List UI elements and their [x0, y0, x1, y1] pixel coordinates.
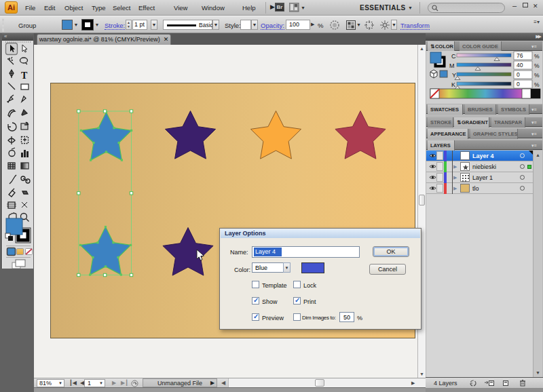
svg-text:%: % — [534, 81, 540, 88]
svg-text:Y: Y — [452, 72, 456, 79]
svg-text:%: % — [534, 53, 540, 60]
svg-text:M: M — [449, 62, 455, 69]
svg-text:40: 40 — [517, 62, 523, 68]
svg-text:C: C — [451, 53, 456, 60]
svg-text:0: 0 — [517, 81, 520, 87]
svg-text:76: 76 — [517, 52, 523, 59]
svg-text:K: K — [451, 81, 455, 88]
svg-text:T: T — [21, 71, 28, 81]
svg-text:%: % — [534, 62, 540, 69]
svg-text:%: % — [534, 72, 540, 79]
svg-text:0: 0 — [517, 71, 520, 78]
